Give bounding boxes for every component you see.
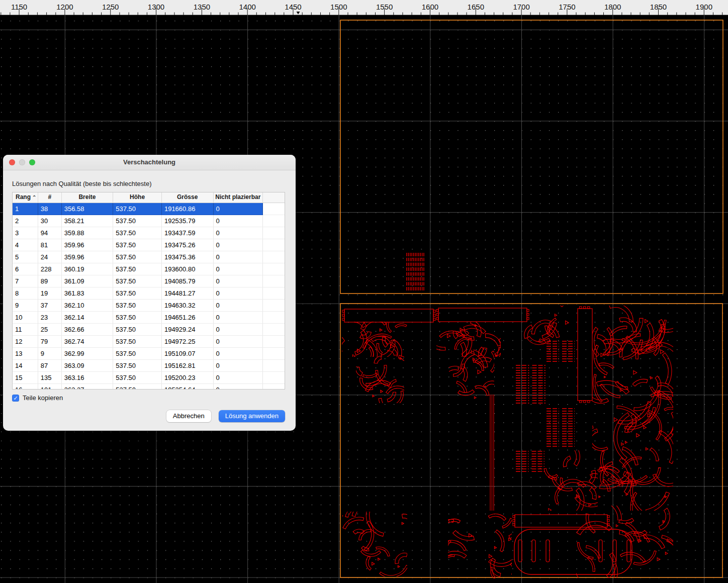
table-cell: 228 <box>38 263 62 275</box>
checkbox-label: Teile kopieren <box>23 394 63 402</box>
column-header-Nicht plazierbar[interactable]: Nicht plazierbar <box>214 192 263 203</box>
table-cell: 362.10 <box>62 300 114 312</box>
table-cell: 11 <box>13 324 38 336</box>
table-cell: 8 <box>13 287 38 300</box>
table-cell: 359.96 <box>62 251 114 263</box>
column-header-Höhe[interactable]: Höhe <box>113 192 162 203</box>
table-cell: 194929.24 <box>162 324 214 336</box>
svg-text:1350: 1350 <box>194 3 210 11</box>
table-cell: 537.50 <box>113 215 162 227</box>
svg-text:1900: 1900 <box>696 3 712 11</box>
ruler-ticks: 1150120012501300135014001450150015501600… <box>0 0 728 15</box>
table-cell: 10 <box>13 312 38 324</box>
copy-parts-option[interactable]: ✓ Teile kopieren <box>12 394 63 402</box>
table-cell <box>263 203 285 215</box>
table-cell <box>263 384 285 390</box>
table-cell: 537.50 <box>113 348 162 360</box>
table-cell: 193475.26 <box>162 239 214 251</box>
solution-row[interactable]: 524359.96537.50193475.360 <box>13 251 285 263</box>
table-cell: 0 <box>214 312 263 324</box>
table-cell: 81 <box>38 239 62 251</box>
svg-text:1500: 1500 <box>330 3 347 11</box>
svg-text:1250: 1250 <box>102 3 119 11</box>
solution-row[interactable]: 15135363.16537.50195200.230 <box>13 372 285 384</box>
table-cell: 361.83 <box>62 287 114 300</box>
column-header-Grösse[interactable]: Grösse <box>162 192 214 203</box>
table-cell: 6 <box>13 263 38 275</box>
table-cell <box>263 324 285 336</box>
svg-text:1150: 1150 <box>11 3 27 11</box>
table-cell: 38 <box>38 203 62 215</box>
table-cell: 0 <box>214 348 263 360</box>
cancel-button[interactable]: Abbrechen <box>166 410 211 422</box>
table-cell <box>263 336 285 348</box>
table-cell: 30 <box>38 215 62 227</box>
table-cell <box>263 275 285 287</box>
table-cell: 195200.23 <box>162 372 214 384</box>
solution-row[interactable]: 1487363.09537.50195162.810 <box>13 360 285 372</box>
table-cell: 363.09 <box>62 360 114 372</box>
table-cell: 537.50 <box>113 300 162 312</box>
table-cell: 23 <box>38 312 62 324</box>
solution-row[interactable]: 937362.10537.50194630.320 <box>13 300 285 312</box>
table-cell: 87 <box>38 360 62 372</box>
svg-text:1550: 1550 <box>376 3 393 11</box>
solution-row[interactable]: 16101363.27537.50195254.640 <box>13 384 285 390</box>
table-cell: 9 <box>13 300 38 312</box>
table-cell: 4 <box>13 239 38 251</box>
table-cell: 79 <box>38 336 62 348</box>
table-cell: 537.50 <box>113 336 162 348</box>
table-cell: 0 <box>214 275 263 287</box>
table-cell <box>263 372 285 384</box>
table-cell: 89 <box>38 275 62 287</box>
solution-row[interactable]: 819361.83537.50194481.270 <box>13 287 285 300</box>
table-cell: 193475.36 <box>162 251 214 263</box>
table-cell: 195162.81 <box>162 360 214 372</box>
column-header-#[interactable]: # <box>38 192 62 203</box>
table-cell: 537.50 <box>113 275 162 287</box>
table-cell: 0 <box>214 263 263 275</box>
table-cell: 191660.86 <box>162 203 214 215</box>
solution-row[interactable]: 1023362.14537.50194651.260 <box>13 312 285 324</box>
apply-solution-button[interactable]: Lösung anwenden <box>219 410 285 422</box>
svg-text:1300: 1300 <box>148 3 164 11</box>
column-header-Breite[interactable]: Breite <box>62 192 114 203</box>
column-header-Rang[interactable]: Rang⌃ <box>13 192 38 203</box>
solution-row[interactable]: 394359.88537.50193437.590 <box>13 227 285 239</box>
table-cell: 537.50 <box>113 372 162 384</box>
table-cell: 356.58 <box>62 203 114 215</box>
ruler-position-marker-icon[interactable] <box>297 12 300 15</box>
solution-row[interactable]: 1279362.74537.50194972.250 <box>13 336 285 348</box>
table-cell: 359.96 <box>62 239 114 251</box>
checkbox-checked-icon[interactable]: ✓ <box>12 395 19 402</box>
table-cell: 0 <box>214 324 263 336</box>
solution-row[interactable]: 1125362.66537.50194929.240 <box>13 324 285 336</box>
table-cell: 537.50 <box>113 312 162 324</box>
solution-row[interactable]: 230358.21537.50192535.790 <box>13 215 285 227</box>
table-cell: 37 <box>38 300 62 312</box>
solution-row[interactable]: 481359.96537.50193475.260 <box>13 239 285 251</box>
table-cell: 9 <box>38 348 62 360</box>
table-cell: 537.50 <box>113 324 162 336</box>
svg-text:1750: 1750 <box>559 3 575 11</box>
table-cell: 192535.79 <box>162 215 214 227</box>
column-header-filler <box>263 192 285 203</box>
horizontal-ruler: 1150120012501300135014001450150015501600… <box>0 0 728 15</box>
table-cell: 194085.79 <box>162 275 214 287</box>
table-cell <box>263 300 285 312</box>
table-cell: 0 <box>214 215 263 227</box>
dialog-title: Verschachtelung <box>3 155 296 170</box>
table-cell <box>263 312 285 324</box>
table-cell: 363.16 <box>62 372 114 384</box>
solution-row[interactable]: 139362.99537.50195109.070 <box>13 348 285 360</box>
solution-row[interactable]: 789361.09537.50194085.790 <box>13 275 285 287</box>
solution-row[interactable]: 6228360.19537.50193600.800 <box>13 263 285 275</box>
svg-text:1600: 1600 <box>422 3 438 11</box>
table-cell <box>263 348 285 360</box>
table-cell <box>263 251 285 263</box>
dialog-titlebar[interactable]: Verschachtelung <box>3 155 296 170</box>
table-cell: 537.50 <box>113 384 162 390</box>
table-cell: 0 <box>214 227 263 239</box>
solution-row[interactable]: 138356.58537.50191660.860 <box>13 203 285 215</box>
nesting-dialog: Verschachtelung Lösungen nach Qualität (… <box>3 155 296 431</box>
